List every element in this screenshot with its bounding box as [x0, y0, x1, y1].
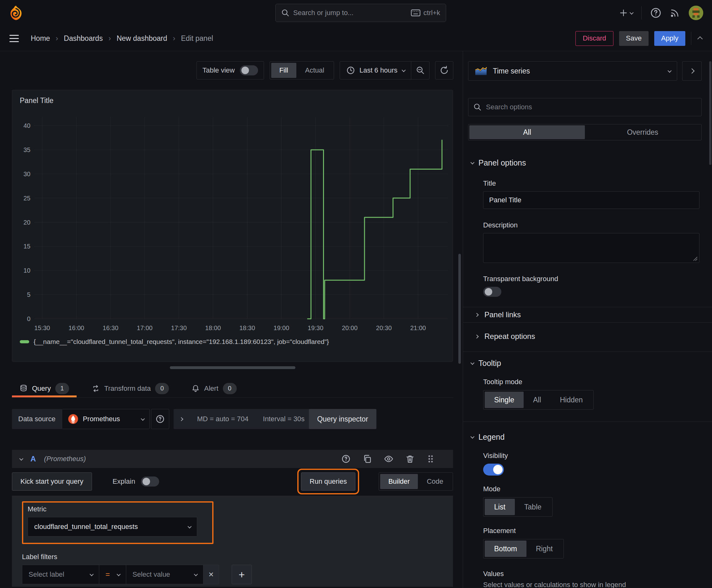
- time-range-picker[interactable]: Last 6 hours: [340, 62, 411, 79]
- zoom-out-button[interactable]: [411, 62, 429, 79]
- bell-icon: [192, 384, 200, 393]
- panel-title-input[interactable]: [483, 191, 699, 209]
- kickstart-query-button[interactable]: Kick start your query: [12, 472, 92, 491]
- search-options-input[interactable]: Search options: [468, 98, 702, 116]
- svg-text:15:30: 15:30: [34, 324, 50, 331]
- delete-query-icon[interactable]: [405, 454, 415, 464]
- add-filter-button[interactable]: +: [232, 565, 252, 584]
- legend-list-option[interactable]: List: [485, 499, 515, 515]
- visualization-picker[interactable]: Time series: [468, 61, 677, 81]
- menu-toggle-icon[interactable]: [9, 35, 19, 42]
- hide-query-icon[interactable]: [384, 454, 393, 464]
- legend-table-option[interactable]: Table: [515, 499, 551, 515]
- query-inspector-button[interactable]: Query inspector: [309, 409, 376, 429]
- select-label-dropdown[interactable]: Select label: [22, 565, 99, 584]
- panel-title[interactable]: Panel Title: [20, 97, 53, 105]
- tab-all[interactable]: All: [469, 125, 585, 139]
- breadcrumb-new-dashboard[interactable]: New dashboard: [116, 34, 167, 43]
- main-scrollbar[interactable]: [458, 254, 461, 364]
- transparent-background-toggle[interactable]: [483, 287, 501, 297]
- metric-highlight: Metric cloudflared_tunnel_total_requests: [22, 501, 214, 544]
- legend-item[interactable]: {__name__="cloudflared_tunnel_total_requ…: [20, 338, 329, 345]
- tooltip-header[interactable]: Tooltip: [463, 357, 712, 369]
- builder-mode-option[interactable]: Builder: [380, 474, 418, 489]
- expand-options-icon[interactable]: [179, 417, 184, 421]
- panel-resize-handle[interactable]: [170, 366, 296, 369]
- prometheus-icon: [68, 414, 79, 424]
- help-button[interactable]: [650, 7, 661, 18]
- keyboard-icon: [411, 9, 420, 16]
- query-datasource-hint: (Prometheus): [44, 455, 86, 463]
- apply-button[interactable]: Apply: [654, 31, 685, 46]
- code-mode-option[interactable]: Code: [418, 474, 451, 489]
- breadcrumb: Home › Dashboards › New dashboard › Edit…: [31, 34, 213, 43]
- panel-editor-main: Table view Fill Actual Last 6 hours: [0, 51, 463, 588]
- search-placeholder: Search or jump to...: [293, 9, 407, 17]
- drag-handle-icon[interactable]: [427, 454, 434, 464]
- editor-tabs: Query 1 Transform data 0 Alert 0: [12, 379, 453, 398]
- remove-filter-button[interactable]: ×: [203, 565, 219, 584]
- alert-count-badge: 0: [223, 383, 237, 394]
- svg-text:21:00: 21:00: [410, 324, 426, 331]
- duplicate-query-icon[interactable]: [363, 454, 372, 464]
- tooltip-hidden-option[interactable]: Hidden: [551, 392, 592, 408]
- viz-name: Time series: [493, 67, 662, 76]
- datasource-row: Data source Prometheus MD =: [12, 409, 453, 429]
- tab-overrides[interactable]: Overrides: [585, 125, 700, 139]
- sidebar-scrollbar[interactable]: [709, 61, 711, 165]
- svg-text:19:30: 19:30: [308, 324, 323, 331]
- tab-transform-data[interactable]: Transform data 0: [84, 379, 176, 397]
- tooltip-single-option[interactable]: Single: [485, 392, 524, 408]
- select-value-dropdown[interactable]: Select value: [126, 565, 203, 584]
- svg-text:20: 20: [24, 219, 30, 226]
- breadcrumb-dashboards[interactable]: Dashboards: [64, 34, 103, 43]
- fill-option[interactable]: Fill: [271, 63, 296, 78]
- avatar[interactable]: [689, 6, 703, 20]
- placement-right-option[interactable]: Right: [526, 541, 562, 557]
- refresh-button[interactable]: [435, 61, 453, 80]
- tab-query[interactable]: Query 1: [12, 379, 77, 397]
- legend-header[interactable]: Legend: [463, 431, 712, 443]
- news-button[interactable]: [670, 8, 680, 18]
- svg-text:30: 30: [24, 171, 30, 177]
- save-button[interactable]: Save: [619, 31, 649, 46]
- editor-mode-group: Builder Code: [379, 472, 453, 491]
- collapse-query-icon[interactable]: [19, 456, 24, 460]
- run-queries-button[interactable]: Run queries: [301, 472, 355, 491]
- table-view-toggle[interactable]: [240, 65, 258, 76]
- query-help-icon[interactable]: [341, 454, 351, 464]
- time-series-viz-icon: [475, 66, 487, 76]
- panel-options-header[interactable]: Panel options: [463, 157, 712, 168]
- explain-toggle[interactable]: [141, 477, 159, 486]
- description-textarea[interactable]: [483, 233, 699, 263]
- shortcut-hint: ctrl+k: [411, 9, 440, 17]
- tooltip-all-option[interactable]: All: [524, 392, 551, 408]
- actual-option[interactable]: Actual: [297, 63, 332, 78]
- svg-text:16:30: 16:30: [103, 324, 118, 331]
- breadcrumb-home[interactable]: Home: [31, 34, 50, 43]
- datasource-help-button[interactable]: [151, 409, 169, 429]
- collapse-options-pane-button[interactable]: [682, 61, 702, 81]
- panel-links-section[interactable]: Panel links: [463, 307, 712, 322]
- metric-select[interactable]: cloudflared_tunnel_total_requests: [28, 517, 197, 537]
- repeat-options-section[interactable]: Repeat options: [463, 329, 712, 344]
- svg-text:20:30: 20:30: [376, 324, 392, 331]
- placement-bottom-option[interactable]: Bottom: [485, 541, 526, 557]
- tab-alert[interactable]: Alert 0: [184, 379, 244, 397]
- operator-dropdown[interactable]: =: [99, 565, 126, 584]
- query-row-header[interactable]: A (Prometheus): [12, 450, 453, 468]
- query-toolbar: Kick start your query Explain Run querie…: [12, 472, 453, 491]
- discard-button[interactable]: Discard: [576, 31, 613, 46]
- query-options-bar[interactable]: MD = auto = 704 Interval = 30s: [174, 409, 313, 429]
- new-dropdown-button[interactable]: [619, 8, 632, 17]
- legend-label: {__name__="cloudflared_tunnel_total_requ…: [34, 338, 329, 345]
- svg-text:19:00: 19:00: [274, 324, 289, 331]
- datasource-picker[interactable]: Prometheus: [62, 409, 150, 429]
- legend-visibility-toggle[interactable]: [483, 464, 504, 476]
- datasource-name: Prometheus: [83, 415, 136, 423]
- resize-grip-icon[interactable]: [692, 256, 698, 261]
- collapse-header-icon[interactable]: [697, 37, 703, 42]
- grafana-logo-icon[interactable]: [9, 5, 23, 21]
- global-search-input[interactable]: Search or jump to... ctrl+k: [275, 4, 446, 22]
- options-filter-tabs: All Overrides: [468, 124, 702, 141]
